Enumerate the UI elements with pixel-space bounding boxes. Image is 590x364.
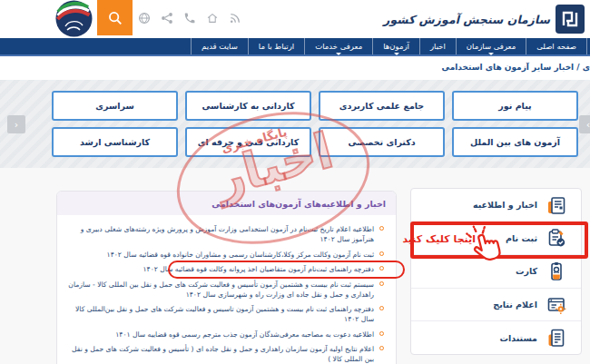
- government-emblem-icon: [54, 0, 94, 39]
- sidebar-item-documents[interactable]: مستندات: [411, 320, 581, 354]
- news-item-text: دفترچه راهنمای ثبت‌نام آزمون متقاضیان اخ…: [143, 265, 375, 273]
- home-icon[interactable]: [206, 12, 219, 25]
- news-list-item-highlighted[interactable]: دفترچه راهنمای ثبت‌نام آزمون متقاضیان اخ…: [64, 264, 384, 274]
- org-logo[interactable]: سازمان سنجش آموزش کشور: [383, 4, 585, 34]
- bullet-ring-icon: [379, 331, 384, 336]
- nav-label: ارتباط با ما: [259, 42, 294, 51]
- header: سازمان سنجش آموزش کشور: [0, 0, 590, 38]
- tab-karshenasi-arshad[interactable]: کارشناسی ارشد: [52, 127, 178, 157]
- nav-label: آزمون‌ها: [383, 42, 409, 51]
- news-list-item[interactable]: اعلام نتایج اولیه آزمون سازمان راهداری و…: [64, 344, 384, 364]
- sidebar-item-results[interactable]: اعلام نتایج: [411, 288, 581, 321]
- nav-label: معرفی خدمات: [315, 42, 362, 51]
- org-logo-icon: [556, 5, 585, 34]
- sidebar-item-news-announcements[interactable]: اخبار و اطلاعیه: [411, 189, 581, 221]
- exam-tabs-grid: پیام نور جامع علمی کاربردی کاردانی به کا…: [52, 91, 578, 157]
- carousel-right-arrow[interactable]: ›: [579, 115, 590, 133]
- bullet-ring-icon: [379, 266, 384, 271]
- main-navbar: صفحه اصلی معرفی سازمان اخبار آزمون‌ها مع…: [0, 38, 590, 56]
- header-quick-icons: [138, 12, 241, 25]
- nav-item-contact[interactable]: ارتباط با ما: [248, 38, 304, 54]
- nav-item-old-site[interactable]: سایت قدیم: [191, 38, 248, 54]
- news-item-text: اطلاعیه اعلام تاریخ ثبت‌نام در آزمون است…: [81, 225, 374, 243]
- chevron-down-icon: [394, 53, 399, 55]
- news-list: اطلاعیه اعلام تاریخ ثبت‌نام در آزمون است…: [57, 215, 396, 364]
- news-list-item[interactable]: ثبت نام آزمون وکالت مرکز وکلا،کارشناسان …: [64, 250, 384, 260]
- sidebar-item-label: اعلام نتایج: [493, 300, 537, 310]
- carousel-left-arrow[interactable]: ‹: [7, 115, 25, 133]
- exam-tabs-band: پیام نور جامع علمی کاربردی کاردانی به کا…: [0, 80, 590, 168]
- globe-icon[interactable]: [138, 12, 151, 25]
- news-item-text: سیستم ثبت نام بیست و هشتمین آزمون تأسیس …: [68, 280, 374, 299]
- sidebar-item-label: کارت: [516, 266, 537, 276]
- news-item-text: ثبت نام آزمون وکالت مرکز وکلا،کارشناسان …: [107, 251, 374, 259]
- tab-phd[interactable]: دکترای تخصصی: [319, 127, 445, 157]
- nav-label: صفحه اصلی: [536, 42, 576, 51]
- sidebar-item-label: ثبت نام: [506, 233, 537, 243]
- phone-icon[interactable]: [183, 12, 196, 25]
- tab-sarasari[interactable]: سراسری: [52, 91, 178, 121]
- news-item-text: اعلام نتایج اولیه آزمون سازمان راهداری و…: [72, 345, 374, 363]
- tab-payame-noor[interactable]: پیام نور: [452, 91, 578, 121]
- tab-international-exams[interactable]: آزمون های بین الملل: [452, 127, 578, 157]
- sidebar: اخبار و اطلاعیه ثبت نام کارت اعلام نتایج…: [410, 188, 582, 355]
- nav-item-home[interactable]: صفحه اصلی: [526, 38, 587, 54]
- news-item-text: اطلاعیه دعوت به مصاحبه معرفی‌شدگان آزمون…: [115, 330, 374, 339]
- card-icon: [546, 261, 567, 282]
- nav-item-news[interactable]: اخبار: [419, 38, 456, 54]
- news-list-item[interactable]: دفترچه راهنمای ثبت نام بیست و هشتمین آزم…: [64, 304, 384, 324]
- sidebar-item-label: مستندات: [499, 333, 537, 343]
- sidebar-item-card[interactable]: کارت: [411, 254, 581, 288]
- sidebar-item-label: اخبار و اطلاعیه: [473, 200, 537, 210]
- bullet-ring-icon: [379, 346, 384, 350]
- bullet-ring-icon: [379, 306, 384, 310]
- news-item-text: دفترچه راهنمای ثبت نام بیست و هشتمین آزم…: [75, 305, 374, 323]
- chevron-down-icon: [488, 53, 494, 55]
- nav-label: معرفی سازمان: [467, 42, 516, 51]
- news-panel-header: اخبار و اطلاعیه‌های آزمون‌های استخدامی: [57, 192, 396, 215]
- news-list-item[interactable]: اطلاعیه اعلام تاریخ ثبت‌نام در آزمون است…: [64, 224, 384, 244]
- nav-item-exams[interactable]: آزمون‌ها: [372, 38, 419, 54]
- breadcrumb-bar: ی / اخبار سایر آزمون های استخدامی: [0, 58, 590, 80]
- register-icon: [546, 227, 567, 249]
- results-icon: [546, 294, 567, 316]
- tab-kardani-fanni-herfei[interactable]: کاردانی فنی و حرفه ای: [185, 127, 311, 157]
- nav-item-about-org[interactable]: معرفی سازمان: [456, 38, 526, 54]
- tab-kardani-be-karshenasi[interactable]: کاردانی به کارشناسی: [185, 91, 311, 121]
- breadcrumb[interactable]: ی / اخبار سایر آزمون های استخدامی: [442, 63, 590, 72]
- tab-jame-elmi-karbordi[interactable]: جامع علمی کاربردی: [319, 91, 445, 121]
- bullet-ring-icon: [379, 251, 384, 256]
- news-list-item[interactable]: سیستم ثبت نام بیست و هشتمین آزمون تأسیس …: [64, 280, 384, 300]
- news-panel: اخبار و اطلاعیه‌های آزمون‌های استخدامی ا…: [56, 191, 397, 364]
- org-name: سازمان سنجش آموزش کشور: [383, 13, 550, 26]
- page: سازمان سنجش آموزش کشور: [0, 0, 590, 364]
- newspaper-icon: [546, 194, 567, 216]
- share-icon[interactable]: [161, 12, 173, 25]
- search-button[interactable]: [97, 0, 133, 35]
- chevron-down-icon: [336, 53, 341, 55]
- search-icon: [107, 10, 123, 26]
- nav-label: اخبار: [430, 42, 446, 51]
- nav-item-services[interactable]: معرفی خدمات: [304, 38, 372, 54]
- bullet-ring-icon: [379, 226, 384, 231]
- news-heading: اخبار و اطلاعیه‌های آزمون‌های استخدامی: [211, 199, 386, 209]
- bullet-ring-icon: [379, 281, 384, 286]
- rss-icon[interactable]: [229, 12, 241, 25]
- sidebar-item-register[interactable]: ثبت نام: [411, 221, 581, 255]
- documents-icon: [546, 327, 567, 349]
- news-list-item[interactable]: اطلاعیه دعوت به مصاحبه معرفی‌شدگان آزمون…: [64, 330, 384, 339]
- nav-label: سایت قدیم: [202, 42, 238, 51]
